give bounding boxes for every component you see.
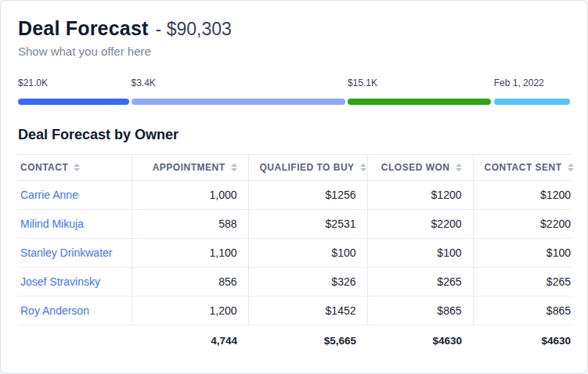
table-totals-row: 4,744 $5,665 $4630 $4630 bbox=[18, 325, 572, 357]
table-row: Milind Mikuja 588 $2531 $2200 $2200 bbox=[18, 210, 572, 239]
deal-forecast-table: CONTACT APPOINTMENT QUALIFIED TO BUY CLO… bbox=[18, 154, 572, 356]
table-row: Josef Stravinsky 856 $326 $265 $265 bbox=[18, 268, 572, 297]
card-header: Deal Forecast - $90,303 bbox=[18, 17, 570, 40]
contact-link[interactable]: Milind Mikuja bbox=[20, 218, 84, 230]
totals-appointment: 4,744 bbox=[132, 325, 248, 357]
appointment-cell: 856 bbox=[132, 268, 248, 297]
contact-sent-cell: $865 bbox=[473, 297, 572, 325]
contact-cell: Stanley Drinkwater bbox=[18, 239, 132, 268]
contact-link[interactable]: Stanley Drinkwater bbox=[20, 246, 113, 259]
contact-cell: Roy Anderson bbox=[18, 297, 132, 325]
contact-link[interactable]: Carrie Anne bbox=[20, 189, 78, 201]
qualified-to-buy-cell: $1256 bbox=[248, 181, 367, 210]
contact-sent-cell: $265 bbox=[473, 268, 572, 297]
column-header-contact-sent[interactable]: CONTACT SENT bbox=[473, 155, 572, 181]
contact-cell: Milind Mikuja bbox=[18, 210, 132, 239]
forecast-total-amount: - $90,303 bbox=[156, 19, 232, 40]
column-header-closed-won[interactable]: CLOSED WON bbox=[367, 155, 473, 181]
progress-labels: $21.0K $3.4K $15.1K Feb 1, 2022 bbox=[18, 77, 570, 89]
column-header-contact[interactable]: CONTACT bbox=[18, 155, 132, 181]
progress-bar bbox=[18, 99, 570, 105]
progress-segment-green[interactable] bbox=[348, 99, 491, 105]
deal-forecast-card: Deal Forecast - $90,303 Show what you of… bbox=[0, 0, 588, 374]
contact-link[interactable]: Josef Stravinsky bbox=[20, 275, 100, 288]
column-header-label: APPOINTMENT bbox=[153, 162, 225, 173]
closed-won-cell: $865 bbox=[367, 297, 473, 325]
progress-label-appointment: $21.0K bbox=[18, 77, 48, 88]
progress-segment-cyan[interactable] bbox=[494, 99, 570, 105]
sort-icon[interactable] bbox=[456, 164, 462, 171]
appointment-cell: 1,000 bbox=[132, 181, 248, 210]
appointment-cell: 1,100 bbox=[132, 239, 248, 268]
contact-sent-cell: $100 bbox=[473, 239, 572, 268]
column-header-label: QUALIFIED TO BUY bbox=[260, 162, 355, 173]
closed-won-cell: $265 bbox=[367, 268, 473, 297]
qualified-to-buy-cell: $326 bbox=[248, 268, 367, 297]
progress-segment-blue[interactable] bbox=[18, 99, 129, 105]
totals-empty-cell bbox=[18, 325, 132, 357]
progress-label-closed: $15.1K bbox=[348, 77, 377, 88]
closed-won-cell: $1200 bbox=[367, 181, 473, 210]
table-row: Carrie Anne 1,000 $1256 $1200 $1200 bbox=[18, 181, 572, 210]
contact-sent-cell: $1200 bbox=[473, 181, 572, 210]
table-row: Roy Anderson 1,200 $1452 $865 $865 bbox=[18, 297, 572, 325]
sort-icon[interactable] bbox=[231, 164, 237, 171]
contact-sent-cell: $2200 bbox=[473, 210, 572, 239]
contact-link[interactable]: Roy Anderson bbox=[20, 304, 89, 317]
column-header-label: CONTACT bbox=[20, 162, 68, 173]
progress-label-qualified: $3.4K bbox=[132, 77, 156, 88]
contact-cell: Carrie Anne bbox=[18, 181, 132, 210]
progress-label-date: Feb 1, 2022 bbox=[494, 77, 544, 88]
sort-icon[interactable] bbox=[74, 164, 80, 171]
contact-cell: Josef Stravinsky bbox=[18, 268, 132, 297]
table-row: Stanley Drinkwater 1,100 $100 $100 $100 bbox=[18, 239, 572, 268]
closed-won-cell: $2200 bbox=[367, 210, 473, 239]
table-body: Carrie Anne 1,000 $1256 $1200 $1200 Mili… bbox=[18, 181, 572, 325]
page-subtitle: Show what you offer here bbox=[18, 45, 570, 58]
totals-closed-won: $4630 bbox=[367, 325, 473, 357]
page-title: Deal Forecast bbox=[18, 17, 149, 40]
forecast-progress: $21.0K $3.4K $15.1K Feb 1, 2022 bbox=[18, 77, 570, 105]
column-header-appointment[interactable]: APPOINTMENT bbox=[132, 155, 248, 181]
qualified-to-buy-cell: $1452 bbox=[248, 297, 367, 325]
totals-qualified-to-buy: $5,665 bbox=[248, 325, 367, 357]
column-header-label: CONTACT SENT bbox=[485, 162, 562, 173]
appointment-cell: 1,200 bbox=[132, 297, 248, 325]
table-title: Deal Forecast by Owner bbox=[18, 127, 570, 143]
sort-icon[interactable] bbox=[360, 164, 366, 171]
closed-won-cell: $100 bbox=[367, 239, 473, 268]
column-header-label: CLOSED WON bbox=[381, 162, 450, 173]
progress-segment-periwinkle[interactable] bbox=[132, 99, 346, 105]
appointment-cell: 588 bbox=[132, 210, 248, 239]
column-header-qualified-to-buy[interactable]: QUALIFIED TO BUY bbox=[248, 155, 367, 181]
qualified-to-buy-cell: $100 bbox=[248, 239, 367, 268]
totals-contact-sent: $4630 bbox=[473, 325, 572, 357]
table-header-row: CONTACT APPOINTMENT QUALIFIED TO BUY CLO… bbox=[18, 155, 572, 181]
qualified-to-buy-cell: $2531 bbox=[248, 210, 367, 239]
sort-icon[interactable] bbox=[568, 164, 574, 171]
